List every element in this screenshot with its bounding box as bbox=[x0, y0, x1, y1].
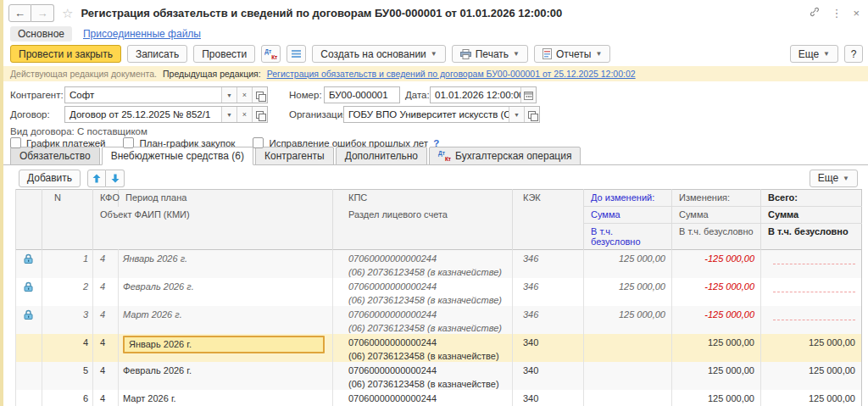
tab-accounting-operation[interactable]: ДтКт Бухгалтерская операция bbox=[429, 147, 581, 165]
open-icon[interactable] bbox=[252, 87, 267, 103]
cell-before-sum[interactable] bbox=[584, 334, 672, 362]
post-button[interactable]: Провести bbox=[193, 45, 255, 63]
cell-before-sum[interactable]: 125 000,00 bbox=[584, 250, 672, 278]
column-header-before-sum[interactable]: Сумма bbox=[584, 207, 672, 224]
move-down-button[interactable] bbox=[106, 170, 125, 187]
dtkt-postings-button[interactable]: ДтКт bbox=[261, 45, 281, 63]
cell-total-sum[interactable] bbox=[761, 278, 862, 306]
cell-change-sum[interactable]: -125 000,00 bbox=[672, 250, 761, 278]
cell-before-sum[interactable]: 125 000,00 bbox=[584, 306, 672, 334]
back-button[interactable]: ← bbox=[8, 4, 31, 22]
column-header-account-section[interactable]: Раздел лицевого счета bbox=[333, 207, 513, 224]
cell-period[interactable]: Февраль 2026 г. bbox=[119, 362, 333, 390]
cell-kfo[interactable]: 4 bbox=[93, 334, 119, 362]
cell-period[interactable]: Февраль 2026 г. bbox=[119, 278, 333, 306]
cell-lock[interactable] bbox=[16, 278, 42, 306]
column-header-kfo[interactable]: КФО bbox=[93, 190, 119, 207]
favorite-star-icon[interactable]: ☆ bbox=[62, 7, 73, 19]
tab-additional[interactable]: Дополнительно bbox=[336, 147, 427, 165]
cell-kfo[interactable]: 4 bbox=[93, 362, 119, 390]
cell-kek[interactable]: 340 bbox=[513, 334, 584, 362]
help-question-icon[interactable]: ? bbox=[433, 138, 439, 148]
counterparty-field[interactable]: Софт ▼ × bbox=[64, 86, 268, 103]
cell-lock[interactable] bbox=[16, 306, 42, 334]
cell-row-number[interactable]: 2 bbox=[42, 278, 93, 306]
create-based-on-button[interactable]: Создать на основании▼ bbox=[312, 45, 445, 63]
cell-lock[interactable] bbox=[16, 334, 42, 362]
cell-kfo[interactable]: 4 bbox=[93, 278, 119, 306]
cell-change-sum[interactable]: 125 000,00 bbox=[672, 362, 761, 390]
cell-kfo[interactable]: 4 bbox=[93, 390, 119, 406]
cell-row-number[interactable]: 6 bbox=[42, 390, 93, 406]
cell-row-number[interactable]: 1 bbox=[42, 250, 93, 278]
cell-lock[interactable] bbox=[16, 362, 42, 390]
close-icon[interactable]: × bbox=[853, 7, 860, 19]
cell-kps[interactable]: 07060000000000244(06) 20736123458 (в каз… bbox=[333, 334, 513, 362]
cell-period[interactable]: Март 2026 г. bbox=[119, 390, 333, 406]
menu-dots-icon[interactable]: ⋮ bbox=[831, 7, 842, 19]
cell-period[interactable]: Март 2026 г. bbox=[119, 306, 333, 334]
cell-kfo[interactable]: 4 bbox=[93, 306, 119, 334]
link-icon[interactable] bbox=[809, 5, 820, 20]
cell-period[interactable]: Январь 2026 г. bbox=[119, 334, 333, 362]
save-button[interactable]: Записать bbox=[127, 45, 187, 63]
cell-row-number[interactable]: 4 bbox=[42, 334, 93, 362]
cell-lock[interactable] bbox=[16, 390, 42, 406]
cell-kek[interactable]: 340 bbox=[513, 362, 584, 390]
column-header-n[interactable]: N bbox=[42, 190, 93, 250]
date-field[interactable]: 01.01.2026 12:00:00 bbox=[430, 86, 537, 103]
nav-main[interactable]: Основное bbox=[10, 26, 72, 42]
cell-kek[interactable]: 346 bbox=[513, 306, 584, 334]
tab-extrabudgetary-funds[interactable]: Внебюджетные средства (6) bbox=[102, 147, 253, 165]
cell-kek[interactable]: 346 bbox=[513, 278, 584, 306]
clear-icon[interactable]: × bbox=[236, 87, 252, 103]
cell-kek[interactable]: 340 bbox=[513, 390, 584, 406]
cell-row-number[interactable]: 3 bbox=[42, 306, 93, 334]
move-up-button[interactable] bbox=[87, 170, 106, 187]
open-icon[interactable] bbox=[524, 107, 539, 122]
cell-total-sum[interactable]: 125 000,00 bbox=[761, 334, 862, 362]
purchase-plan-checkbox[interactable] bbox=[123, 137, 134, 148]
add-row-button[interactable]: Добавить bbox=[19, 170, 81, 187]
column-header-kps[interactable]: КПС bbox=[333, 190, 513, 207]
cell-change-sum[interactable]: 125 000,00 bbox=[672, 390, 761, 406]
column-header-total-sum[interactable]: Сумма bbox=[761, 207, 862, 224]
forward-button[interactable]: → bbox=[31, 4, 54, 22]
cell-change-sum[interactable]: -125 000,00 bbox=[672, 278, 761, 306]
calendar-icon[interactable] bbox=[520, 87, 536, 103]
cell-kps[interactable]: 07060000000000244(06) 20736123458 (в каз… bbox=[333, 390, 513, 406]
clear-icon[interactable]: × bbox=[236, 107, 252, 122]
cell-kfo[interactable]: 4 bbox=[93, 250, 119, 278]
payment-schedule-checkbox[interactable] bbox=[10, 137, 21, 148]
column-header-changes-incl[interactable]: В т.ч. безусловно bbox=[672, 224, 761, 250]
tab-counterparties[interactable]: Контрагенты bbox=[255, 147, 334, 165]
cell-kps[interactable]: 07060000000000244(06) 20736123458 (в каз… bbox=[333, 362, 513, 390]
post-and-close-button[interactable]: Провести и закрыть bbox=[10, 45, 121, 63]
cell-kps[interactable]: 07060000000000244(06) 20736123458 (в каз… bbox=[333, 278, 513, 306]
register-list-button[interactable] bbox=[287, 45, 306, 63]
column-header-before-incl[interactable]: В т.ч. безусловно bbox=[584, 224, 672, 250]
column-header-faip[interactable]: Объект ФАИП (КМИ) bbox=[93, 207, 333, 224]
column-header-before[interactable]: До изменений: bbox=[584, 190, 672, 207]
table-row[interactable]: 54Февраль 2026 г.07060000000000244(06) 2… bbox=[16, 362, 862, 390]
cell-period[interactable]: Январь 2026 г. bbox=[119, 250, 333, 278]
print-button[interactable]: Печать▼ bbox=[452, 45, 528, 63]
column-header-period[interactable]: Период плана bbox=[119, 190, 333, 207]
more-button[interactable]: Еще▼ bbox=[790, 45, 838, 63]
cell-lock[interactable] bbox=[16, 250, 42, 278]
contract-field[interactable]: Договор от 25.12.2025 № 852/1 ▼ × bbox=[64, 106, 268, 123]
table-row[interactable]: 64Март 2026 г.07060000000000244(06) 2073… bbox=[16, 390, 862, 406]
cell-kek[interactable]: 346 bbox=[513, 250, 584, 278]
column-header-total-incl[interactable]: В т.ч. безусловно bbox=[761, 224, 862, 250]
cell-kps[interactable]: 07060000000000244(06) 20736123458 (в каз… bbox=[333, 306, 513, 334]
chevron-down-icon[interactable]: ▼ bbox=[221, 107, 236, 122]
organization-field[interactable]: ГОБУ ВПО Университет искусств (Субсидия)… bbox=[343, 106, 540, 123]
cell-row-number[interactable]: 5 bbox=[42, 362, 93, 390]
column-header-total[interactable]: Всего: bbox=[761, 190, 862, 207]
tab-obligation[interactable]: Обязательство bbox=[10, 147, 100, 165]
cell-before-sum[interactable] bbox=[584, 362, 672, 390]
table-row[interactable]: 24Февраль 2026 г.07060000000000244(06) 2… bbox=[16, 278, 862, 306]
number-field[interactable]: БУ00-000001 bbox=[324, 86, 400, 103]
cell-total-sum[interactable]: 125 000,00 bbox=[761, 390, 862, 406]
help-button[interactable]: ? bbox=[844, 45, 863, 63]
